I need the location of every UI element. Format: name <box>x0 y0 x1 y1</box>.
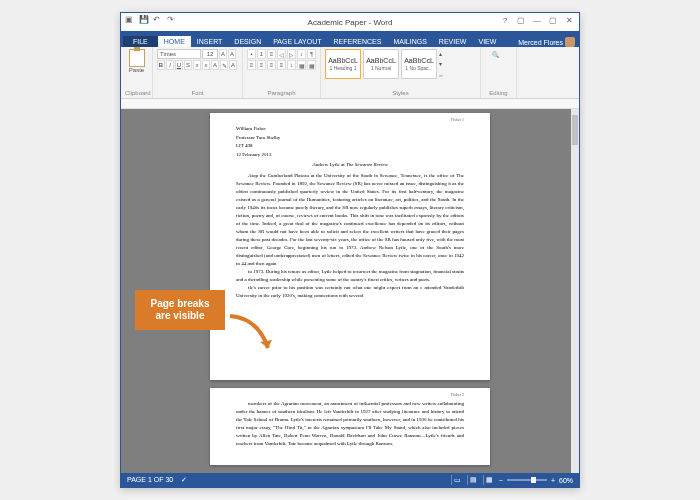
maximize-icon[interactable]: ▢ <box>545 13 561 27</box>
annotation-callout: Page breaks are visible <box>135 290 225 330</box>
styles-label: Styles <box>325 90 476 96</box>
close-icon[interactable]: ✕ <box>561 13 577 27</box>
zoom-out-button[interactable]: − <box>499 477 503 484</box>
underline-button[interactable]: U <box>175 60 183 70</box>
multilevel-button[interactable]: ≡ <box>267 49 276 59</box>
tab-insert[interactable]: INSERT <box>191 36 229 47</box>
tab-review[interactable]: REVIEW <box>433 36 473 47</box>
shading-button[interactable]: ▦ <box>297 60 306 70</box>
sort-button[interactable]: ↕ <box>297 49 306 59</box>
horizontal-ruler[interactable] <box>121 99 579 109</box>
highlight-button[interactable]: ✎ <box>220 60 228 70</box>
document-page-2: Fisher 2 members of the Agrarian movemen… <box>210 388 490 465</box>
find-icon[interactable]: 🔍 <box>492 51 506 65</box>
align-center-button[interactable]: ≡ <box>257 60 266 70</box>
save-icon[interactable]: 💾 <box>139 15 149 25</box>
ribbon-opts-icon[interactable]: ▢ <box>513 13 529 27</box>
doc-body-para1: Atop the Cumberland Plateau at the Unive… <box>236 172 464 268</box>
styles-up-icon[interactable]: ▴ <box>439 50 449 58</box>
zoom-slider[interactable] <box>507 479 547 481</box>
status-bar: PAGE 1 OF 30 ✓ ▭ ▤ ▦ − + 60% <box>121 473 579 487</box>
quick-access-toolbar: ▣ 💾 ↶ ↷ <box>125 15 177 25</box>
vertical-scrollbar[interactable] <box>571 109 579 473</box>
indent-button[interactable]: ▷ <box>287 49 296 59</box>
zoom-in-button[interactable]: + <box>551 477 555 484</box>
paste-label: Paste <box>129 67 144 73</box>
group-paragraph: • 1 ≡ ◁ ▷ ↕ ¶ ≡ ≡ ≡ ≡ ↕ ▦ ▦ Pa <box>243 47 321 98</box>
proofing-icon[interactable]: ✓ <box>181 476 187 484</box>
doc-date: 12 February 2013 <box>236 151 464 159</box>
shrink-font-icon[interactable]: A <box>228 49 236 59</box>
ribbon: Paste Clipboard Times 12 A A B I U S x x <box>121 47 579 99</box>
tab-references[interactable]: REFERENCES <box>328 36 388 47</box>
paste-button[interactable]: Paste <box>125 49 148 73</box>
group-clipboard: Paste Clipboard <box>121 47 153 98</box>
paste-icon <box>129 49 145 67</box>
style-normal[interactable]: AaBbCcL 1 Normal <box>363 49 399 79</box>
annotation-arrow <box>228 312 288 366</box>
tab-design[interactable]: DESIGN <box>228 36 267 47</box>
callout-line1: Page breaks <box>141 298 219 310</box>
doc-course: LIT 498 <box>236 142 464 150</box>
help-icon[interactable]: ? <box>497 13 513 27</box>
bullets-button[interactable]: • <box>247 49 256 59</box>
tab-view[interactable]: VIEW <box>472 36 502 47</box>
clipboard-label: Clipboard <box>125 90 148 96</box>
group-editing: 🔍 Editing <box>481 47 517 98</box>
numbering-button[interactable]: 1 <box>257 49 266 59</box>
user-name: Merced Flores <box>518 39 563 46</box>
page-indicator[interactable]: PAGE 1 OF 30 <box>127 476 173 484</box>
justify-button[interactable]: ≡ <box>277 60 286 70</box>
avatar <box>565 37 575 47</box>
pilcrow-button[interactable]: ¶ <box>307 49 316 59</box>
superscript-button[interactable]: x <box>202 60 210 70</box>
editing-label: Editing <box>485 90 512 96</box>
ribbon-tabs: FILE HOME INSERT DESIGN PAGE LAYOUT REFE… <box>121 31 579 47</box>
font-label: Font <box>157 90 238 96</box>
subscript-button[interactable]: x <box>193 60 201 70</box>
tab-file[interactable]: FILE <box>123 36 158 47</box>
group-font: Times 12 A A B I U S x x A ✎ A Font <box>153 47 243 98</box>
window-title: Academic Paper - Word <box>308 18 393 27</box>
font-color-button[interactable]: A <box>229 60 237 70</box>
borders-button[interactable]: ▦ <box>307 60 316 70</box>
undo-icon[interactable]: ↶ <box>153 15 163 25</box>
bold-button[interactable]: B <box>157 60 165 70</box>
align-left-button[interactable]: ≡ <box>247 60 256 70</box>
tab-page-layout[interactable]: PAGE LAYOUT <box>267 36 327 47</box>
dedent-button[interactable]: ◁ <box>277 49 286 59</box>
font-name-input[interactable]: Times <box>157 49 201 59</box>
group-styles: AaBbCcL 1 Heading 1 AaBbCcL 1 Normal AaB… <box>321 47 481 98</box>
user-account[interactable]: Merced Flores <box>518 37 575 47</box>
style-heading1[interactable]: AaBbCcL 1 Heading 1 <box>325 49 361 79</box>
tab-home[interactable]: HOME <box>158 36 191 47</box>
scrollbar-thumb[interactable] <box>572 115 578 145</box>
minimize-icon[interactable]: — <box>529 13 545 27</box>
align-right-button[interactable]: ≡ <box>267 60 276 70</box>
doc-title: Andrew Lytle at The Sewanee Review <box>236 161 464 169</box>
view-web-icon[interactable]: ▦ <box>483 475 495 485</box>
tab-mailings[interactable]: MAILINGS <box>387 36 432 47</box>
strike-button[interactable]: S <box>184 60 192 70</box>
styles-down-icon[interactable]: ▾ <box>439 60 449 68</box>
word-icon: ▣ <box>125 15 135 25</box>
effects-button[interactable]: A <box>211 60 219 70</box>
doc-body-para1b: to 1973. During his tenure as editor, Ly… <box>236 268 464 284</box>
doc-author: William Fisher <box>236 125 464 133</box>
styles-more-icon[interactable]: ⎯ <box>439 70 449 78</box>
style-nospacing[interactable]: AaBbCcL 1 No Spac... <box>401 49 437 79</box>
spacing-button[interactable]: ↕ <box>287 60 296 70</box>
font-size-input[interactable]: 12 <box>202 49 218 59</box>
word-window: ▣ 💾 ↶ ↷ Academic Paper - Word ? ▢ — ▢ ✕ … <box>120 12 580 488</box>
window-controls: ? ▢ — ▢ ✕ <box>497 13 577 27</box>
doc-body-para2: members of the Agrarian movement, an ass… <box>236 400 464 448</box>
doc-professor: Professor Tom Shelby <box>236 134 464 142</box>
view-read-icon[interactable]: ▭ <box>451 475 463 485</box>
view-print-icon[interactable]: ▤ <box>467 475 479 485</box>
callout-line2: are visible <box>141 310 219 322</box>
doc-body-para1c: tle's career prior to his position was c… <box>236 284 464 300</box>
italic-button[interactable]: I <box>166 60 174 70</box>
redo-icon[interactable]: ↷ <box>167 15 177 25</box>
grow-font-icon[interactable]: A <box>219 49 227 59</box>
zoom-level[interactable]: 60% <box>559 477 573 484</box>
